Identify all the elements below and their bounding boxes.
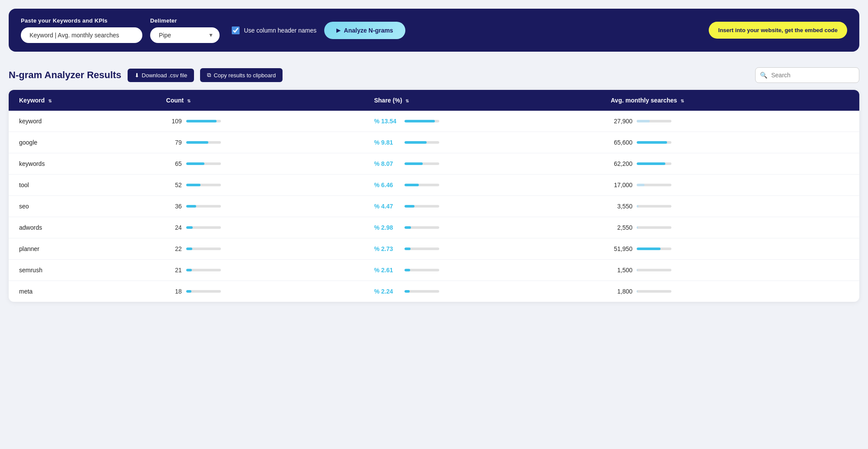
table-row: planner 22 % 2.73 51,950: [9, 238, 859, 260]
cell-count: 79: [156, 132, 364, 153]
cell-avg: 3,550: [600, 196, 859, 217]
count-bar-fill: [186, 226, 193, 229]
cell-avg: 2,550: [600, 217, 859, 238]
avg-bar: [637, 248, 671, 250]
avg-value: 62,200: [611, 160, 632, 167]
results-header: N-gram Analyzer Results ⬇ Download .csv …: [9, 67, 859, 83]
cell-avg: 65,600: [600, 132, 859, 153]
sort-icon-keyword: ⇅: [48, 99, 52, 103]
cell-count: 52: [156, 175, 364, 196]
delimiter-select[interactable]: Pipe Comma Tab Semicolon: [150, 27, 220, 43]
count-value: 65: [166, 160, 182, 167]
sort-icon-count: ⇅: [187, 99, 191, 103]
keyword-input[interactable]: [21, 27, 142, 43]
avg-bar-fill: [637, 141, 667, 144]
count-bar: [186, 205, 221, 208]
avg-bar-fill: [637, 226, 638, 229]
avg-value: 2,550: [611, 224, 632, 231]
checkbox-section: Use column header names: [232, 26, 316, 34]
count-bar: [186, 226, 221, 229]
cell-share: % 2.61: [364, 260, 600, 281]
count-bar-fill: [186, 269, 192, 271]
column-header-label[interactable]: Use column header names: [244, 27, 316, 34]
cell-keyword: planner: [9, 238, 156, 260]
cell-avg: 62,200: [600, 153, 859, 175]
analyze-button-label: Analyze N-grams: [344, 27, 393, 34]
avg-bar: [637, 162, 671, 165]
avg-bar-fill: [637, 162, 665, 165]
col-avg[interactable]: Avg. monthly searches ⇅: [600, 90, 859, 111]
share-bar-fill: [404, 269, 410, 271]
cell-share: % 2.73: [364, 238, 600, 260]
cell-keyword: seo: [9, 196, 156, 217]
count-value: 109: [166, 118, 182, 125]
count-bar-fill: [186, 205, 196, 208]
column-header-checkbox[interactable]: [232, 26, 240, 34]
count-bar: [186, 162, 221, 165]
search-wrap: 🔍: [755, 67, 859, 83]
avg-value: 51,950: [611, 245, 632, 252]
table-row: meta 18 % 2.24 1,800: [9, 281, 859, 302]
avg-bar-fill: [637, 120, 650, 122]
col-count[interactable]: Count ⇅: [156, 90, 364, 111]
cell-share: % 4.47: [364, 196, 600, 217]
table-row: semrush 21 % 2.61 1,500: [9, 260, 859, 281]
avg-value: 3,550: [611, 203, 632, 210]
clipboard-btn-label: Copy results to clipboard: [214, 72, 276, 79]
cell-keyword: keyword: [9, 111, 156, 132]
share-bar: [404, 248, 439, 250]
table-row: keyword 109 % 13.54 27,900: [9, 111, 859, 132]
count-value: 36: [166, 203, 182, 210]
share-bar-fill: [404, 162, 423, 165]
cell-avg: 27,900: [600, 111, 859, 132]
cell-keyword: tool: [9, 175, 156, 196]
avg-bar: [637, 226, 671, 229]
table-row: google 79 % 9.81 65,600: [9, 132, 859, 153]
cell-keyword: meta: [9, 281, 156, 302]
cell-keyword: keywords: [9, 153, 156, 175]
share-bar-fill: [404, 205, 414, 208]
count-bar: [186, 290, 221, 293]
search-icon: 🔍: [760, 72, 767, 79]
cell-avg: 51,950: [600, 238, 859, 260]
cell-count: 36: [156, 196, 364, 217]
col-keyword[interactable]: Keyword ⇅: [9, 90, 156, 111]
copy-clipboard-button[interactable]: ⧉ Copy results to clipboard: [200, 68, 283, 82]
table-row: seo 36 % 4.47 3,550: [9, 196, 859, 217]
embed-button[interactable]: Insert into your website, get the embed …: [709, 22, 847, 39]
delimiter-select-wrap: Pipe Comma Tab Semicolon ▼: [150, 27, 220, 43]
cell-share: % 8.07: [364, 153, 600, 175]
count-bar: [186, 184, 221, 186]
cell-count: 65: [156, 153, 364, 175]
cell-share: % 2.98: [364, 217, 600, 238]
avg-bar: [637, 290, 671, 293]
sort-icon-avg: ⇅: [681, 99, 684, 103]
share-bar-fill: [404, 248, 411, 250]
cell-avg: 1,500: [600, 260, 859, 281]
share-value: % 6.46: [374, 182, 400, 188]
count-bar-fill: [186, 141, 208, 144]
share-bar-fill: [404, 184, 419, 186]
share-value: % 4.47: [374, 203, 400, 210]
avg-value: 1,500: [611, 267, 632, 274]
cell-count: 109: [156, 111, 364, 132]
avg-bar: [637, 269, 671, 271]
cell-count: 24: [156, 217, 364, 238]
download-csv-button[interactable]: ⬇ Download .csv file: [128, 69, 194, 82]
avg-value: 65,600: [611, 139, 632, 146]
results-table-wrap: Keyword ⇅ Count ⇅ Share (%) ⇅ Avg. month…: [9, 90, 859, 302]
avg-value: 1,800: [611, 288, 632, 295]
count-bar-fill: [186, 184, 201, 186]
cell-count: 21: [156, 260, 364, 281]
search-input[interactable]: [755, 67, 859, 83]
cell-count: 18: [156, 281, 364, 302]
cell-count: 22: [156, 238, 364, 260]
col-share[interactable]: Share (%) ⇅: [364, 90, 600, 111]
count-value: 22: [166, 245, 182, 252]
share-bar: [404, 205, 439, 208]
delimiter-label: Delimeter: [150, 17, 220, 24]
cell-share: % 9.81: [364, 132, 600, 153]
download-icon: ⬇: [135, 72, 139, 79]
avg-bar: [637, 205, 671, 208]
analyze-button[interactable]: ▶ Analyze N-grams: [324, 22, 405, 39]
